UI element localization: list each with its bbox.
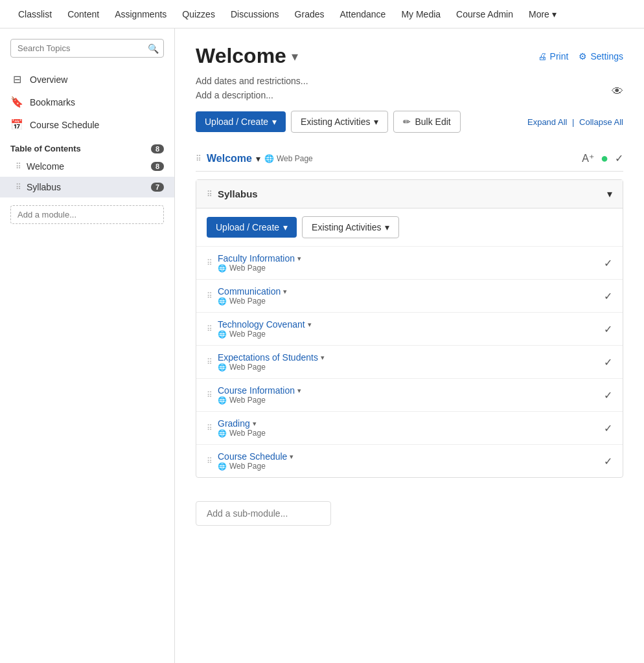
content-item-subtitle: 🌐 Web Page xyxy=(218,330,604,339)
main-toolbar: Upload / Create ▾ Existing Activities ▾ … xyxy=(196,111,623,133)
syllabus-module: ⠿ Syllabus ▾ Upload / Create ▾ Existing … xyxy=(196,179,623,478)
content-item-subtitle: 🌐 Web Page xyxy=(218,363,604,372)
welcome-module-actions: A⁺ ● ✓ xyxy=(582,151,623,166)
syllabus-module-header: ⠿ Syllabus ▾ xyxy=(196,180,623,208)
content-check-icon: ✓ xyxy=(604,356,612,368)
drag-handle-syllabus: ⠿ xyxy=(16,183,21,192)
content-item-title[interactable]: Course Information ▾ xyxy=(218,385,604,396)
content-item-chevron-icon[interactable]: ▾ xyxy=(290,453,293,461)
search-icon: 🔍 xyxy=(148,43,159,54)
welcome-module-header: ⠿ Welcome ▾ 🌐 Web Page A⁺ ● ✓ xyxy=(196,146,623,172)
add-sub-module-input[interactable] xyxy=(196,501,331,526)
upload-create-button[interactable]: Upload / Create ▾ xyxy=(196,111,286,132)
header-actions: 🖨 Print ⚙ Settings xyxy=(538,51,623,62)
syllabus-content-item: ⠿ Course Information ▾ 🌐 Web Page ✓ xyxy=(196,379,623,412)
nav-discussions[interactable]: Discussions xyxy=(223,0,287,28)
title-chevron-icon[interactable]: ▾ xyxy=(292,49,298,64)
content-check-icon: ✓ xyxy=(604,323,612,335)
content-check-icon: ✓ xyxy=(604,389,612,401)
upload-create-chevron-icon: ▾ xyxy=(272,117,277,127)
print-icon: 🖨 xyxy=(538,51,547,62)
syllabus-upload-chevron-icon: ▾ xyxy=(283,222,288,232)
nav-classlist[interactable]: Classlist xyxy=(10,0,60,28)
syllabus-collapse-icon[interactable]: ▾ xyxy=(607,188,612,200)
syllabus-upload-create-button[interactable]: Upload / Create ▾ xyxy=(207,217,297,238)
globe-icon: 🌐 xyxy=(218,330,227,339)
add-learning-objective-icon[interactable]: A⁺ xyxy=(582,152,594,164)
content-item-chevron-icon[interactable]: ▾ xyxy=(297,254,301,263)
globe-icon: 🌐 xyxy=(218,396,227,405)
add-description-link[interactable]: Add a description... xyxy=(196,90,623,100)
sidebar-item-overview[interactable]: ⊟ Overview xyxy=(0,68,174,91)
content-item-chevron-icon[interactable]: ▾ xyxy=(297,387,301,395)
content-item-title[interactable]: Expectations of Students ▾ xyxy=(218,352,604,363)
globe-icon: 🌐 xyxy=(218,264,227,273)
visibility-icon[interactable]: 👁 xyxy=(612,85,623,98)
content-item-title[interactable]: Grading ▾ xyxy=(218,418,604,429)
nav-assignments[interactable]: Assignments xyxy=(107,0,174,28)
content-drag-handle: ⠿ xyxy=(207,390,213,399)
content-item-subtitle: 🌐 Web Page xyxy=(218,264,604,273)
content-check-icon: ✓ xyxy=(604,422,612,434)
syllabus-existing-activities-button[interactable]: Existing Activities ▾ xyxy=(302,216,399,238)
page-title-area: Welcome ▾ xyxy=(196,44,298,68)
content-title-area: Course Schedule ▾ 🌐 Web Page xyxy=(218,451,604,471)
content-item-chevron-icon[interactable]: ▾ xyxy=(283,287,287,296)
add-dates-link[interactable]: Add dates and restrictions... xyxy=(196,76,623,86)
sidebar: 🔍 ⊟ Overview 🔖 Bookmarks 📅 Course Schedu… xyxy=(0,28,175,663)
page-header: Welcome ▾ 🖨 Print ⚙ Settings xyxy=(196,44,623,68)
sidebar-item-bookmarks[interactable]: 🔖 Bookmarks xyxy=(0,91,174,113)
content-title-area: Grading ▾ 🌐 Web Page xyxy=(218,418,604,438)
nav-quizzes[interactable]: Quizzes xyxy=(174,0,223,28)
content-item-chevron-icon[interactable]: ▾ xyxy=(321,354,325,362)
more-chevron-icon: ▾ xyxy=(552,9,557,19)
content-title-area: Technology Covenant ▾ 🌐 Web Page xyxy=(218,319,604,339)
content-item-chevron-icon[interactable]: ▾ xyxy=(308,320,312,329)
nav-my-media[interactable]: My Media xyxy=(393,0,448,28)
add-module-input[interactable] xyxy=(10,205,164,224)
content-item-title[interactable]: Technology Covenant ▾ xyxy=(218,319,604,330)
content-item-title[interactable]: Communication ▾ xyxy=(218,286,604,297)
globe-icon: 🌐 xyxy=(218,363,227,372)
content-item-subtitle: 🌐 Web Page xyxy=(218,429,604,438)
page-title: Welcome xyxy=(196,44,286,68)
existing-activities-button[interactable]: Existing Activities ▾ xyxy=(291,111,388,133)
syllabus-existing-chevron-icon: ▾ xyxy=(385,222,389,232)
settings-button[interactable]: ⚙ Settings xyxy=(579,51,623,62)
globe-icon: 🌐 xyxy=(264,154,274,163)
syllabus-drag-handle: ⠿ xyxy=(207,190,213,199)
content-item-subtitle: 🌐 Web Page xyxy=(218,396,604,405)
collapse-all-link[interactable]: Collapse All xyxy=(579,117,623,127)
content-check-icon: ✓ xyxy=(604,257,612,269)
nav-attendance[interactable]: Attendance xyxy=(332,0,394,28)
settings-icon: ⚙ xyxy=(579,51,587,62)
bookmarks-icon: 🔖 xyxy=(10,96,23,108)
drag-handle-welcome: ⠿ xyxy=(16,162,21,171)
draft-status-icon[interactable]: ● xyxy=(601,151,608,166)
main-content: Welcome ▾ 🖨 Print ⚙ Settings Add dates a… xyxy=(175,28,644,663)
toc-badge: 8 xyxy=(151,144,164,153)
nav-content[interactable]: Content xyxy=(60,0,107,28)
content-item-title[interactable]: Course Schedule ▾ xyxy=(218,451,604,462)
content-drag-handle: ⠿ xyxy=(207,291,213,300)
sidebar-item-course-schedule[interactable]: 📅 Course Schedule xyxy=(0,113,174,136)
bulk-edit-button[interactable]: ✏ Bulk Edit xyxy=(393,111,460,133)
content-item-title[interactable]: Faculty Information ▾ xyxy=(218,253,604,264)
sidebar-module-welcome[interactable]: ⠿ Welcome 8 xyxy=(0,156,174,177)
content-item-chevron-icon[interactable]: ▾ xyxy=(253,420,257,428)
print-button[interactable]: 🖨 Print xyxy=(538,51,569,62)
search-input[interactable] xyxy=(10,39,164,58)
search-container: 🔍 xyxy=(10,39,164,58)
welcome-module-title[interactable]: Welcome xyxy=(207,153,252,164)
syllabus-content-item: ⠿ Expectations of Students ▾ 🌐 Web Page … xyxy=(196,346,623,379)
globe-icon: 🌐 xyxy=(218,297,227,306)
expand-all-link[interactable]: Expand All xyxy=(527,117,567,127)
nav-course-admin[interactable]: Course Admin xyxy=(448,0,521,28)
nav-more[interactable]: More ▾ xyxy=(521,0,564,28)
sidebar-module-syllabus[interactable]: ⠿ Syllabus 7 xyxy=(0,177,174,197)
welcome-chevron-icon[interactable]: ▾ xyxy=(256,153,260,164)
globe-icon: 🌐 xyxy=(218,462,227,471)
content-drag-handle: ⠿ xyxy=(207,258,213,267)
content-drag-handle: ⠿ xyxy=(207,324,213,333)
nav-grades[interactable]: Grades xyxy=(287,0,332,28)
